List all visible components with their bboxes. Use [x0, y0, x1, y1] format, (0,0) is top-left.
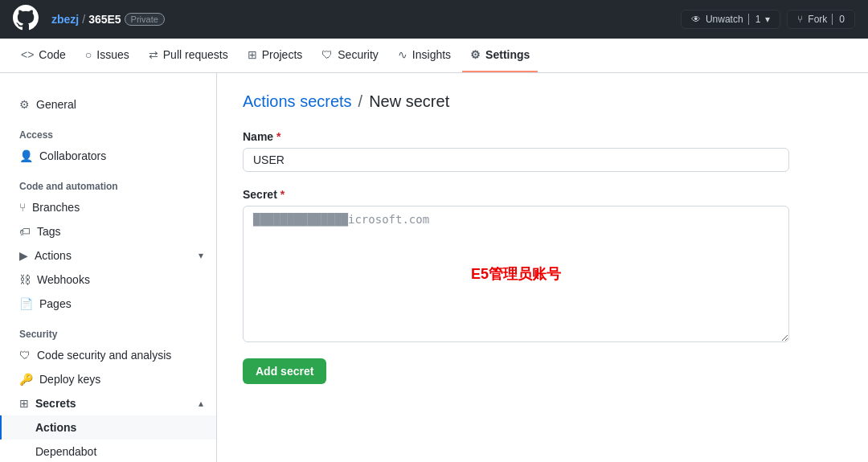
github-logo-icon: [13, 5, 39, 35]
name-input[interactable]: [243, 148, 789, 172]
projects-icon: ⊞: [248, 48, 257, 61]
secret-label: Secret *: [243, 188, 842, 201]
settings-icon: ⚙: [470, 48, 481, 61]
watch-button[interactable]: 👁 Unwatch 1 ▾: [681, 10, 780, 29]
chevron-down-icon: ▾: [199, 250, 203, 261]
key-icon: 🔑: [19, 373, 33, 386]
name-required: *: [276, 130, 280, 143]
tab-issues[interactable]: ○ Issues: [77, 39, 137, 72]
secret-form-group: Secret * <span class="secret-value">████…: [243, 188, 842, 342]
top-nav-right: 👁 Unwatch 1 ▾ ⑂ Fork 0: [681, 10, 855, 29]
add-secret-button[interactable]: Add secret: [243, 358, 326, 384]
sidebar-item-tags[interactable]: 🏷 Tags: [0, 219, 216, 243]
sidebar-security-header: Security: [0, 316, 216, 343]
repo-name-link[interactable]: 365E5: [88, 13, 121, 26]
tab-code[interactable]: <> Code: [13, 39, 74, 72]
top-nav: zbezj / 365E5 Private 👁 Unwatch 1 ▾ ⑂ Fo…: [0, 0, 868, 39]
breadcrumb-current-page: New secret: [369, 92, 449, 111]
repo-owner-link[interactable]: zbezj: [51, 13, 79, 26]
breadcrumb-link[interactable]: Actions secrets: [243, 92, 352, 111]
sidebar-item-actions[interactable]: ▶ Actions ▾: [0, 243, 216, 268]
repo-tabs: <> Code ○ Issues ⇄ Pull requests ⊞ Proje…: [0, 39, 868, 73]
sidebar-item-collaborators[interactable]: 👤 Collaborators: [0, 144, 216, 168]
sidebar-item-secrets[interactable]: ⊞ Secrets ▴: [0, 391, 216, 415]
gear-icon: ⚙: [19, 98, 30, 111]
watch-count: 1: [748, 14, 761, 25]
repo-title: zbezj / 365E5 Private: [51, 13, 165, 26]
tab-pull-requests[interactable]: ⇄ Pull requests: [141, 39, 236, 72]
sidebar-item-secrets-dependabot[interactable]: Dependabot: [0, 440, 216, 462]
sidebar-item-branches[interactable]: ⑂ Branches: [0, 195, 216, 219]
sidebar-item-deploy-keys[interactable]: 🔑 Deploy keys: [0, 367, 216, 391]
name-label: Name *: [243, 130, 842, 143]
main-content: Actions secrets / New secret Name * Secr…: [217, 73, 868, 462]
shield-icon: 🛡: [19, 349, 31, 362]
issues-icon: ○: [85, 48, 92, 61]
tab-projects[interactable]: ⊞ Projects: [240, 39, 311, 72]
sidebar-item-actions-row: ▶ Actions ▾: [19, 249, 203, 262]
pages-icon: 📄: [19, 297, 33, 310]
sidebar-item-general[interactable]: ⚙ General: [0, 92, 216, 117]
pull-request-icon: ⇄: [149, 48, 158, 61]
code-icon: <>: [21, 48, 34, 61]
sidebar-item-webhooks[interactable]: ⛓ Webhooks: [0, 268, 216, 292]
security-icon: 🛡: [321, 48, 333, 61]
sidebar: ⚙ General Access 👤 Collaborators Code an…: [0, 73, 217, 462]
branches-icon: ⑂: [19, 201, 26, 214]
tag-icon: 🏷: [19, 225, 31, 238]
private-badge: Private: [125, 13, 165, 26]
secret-textarea[interactable]: <span class="secret-value">█████████████…: [243, 206, 789, 342]
sidebar-item-secrets-actions[interactable]: Actions: [0, 415, 216, 440]
breadcrumb: Actions secrets / New secret: [243, 92, 842, 111]
insights-icon: ∿: [398, 48, 407, 61]
eye-icon: 👁: [691, 14, 701, 25]
actions-icon: ▶: [19, 249, 28, 262]
sidebar-access-header: Access: [0, 117, 216, 144]
chevron-up-icon: ▴: [199, 398, 203, 409]
webhooks-icon: ⛓: [19, 273, 31, 286]
chevron-down-icon: ▾: [765, 14, 770, 25]
fork-icon: ⑂: [797, 14, 803, 25]
fork-count: 0: [832, 14, 845, 25]
sidebar-item-secrets-row: ⊞ Secrets ▴: [19, 397, 203, 410]
page-body: ⚙ General Access 👤 Collaborators Code an…: [0, 73, 868, 462]
name-form-group: Name *: [243, 130, 842, 172]
sidebar-item-pages[interactable]: 📄 Pages: [0, 292, 216, 316]
tab-security[interactable]: 🛡 Security: [313, 39, 387, 72]
tab-insights[interactable]: ∿ Insights: [390, 39, 459, 72]
secret-required: *: [280, 188, 285, 201]
tab-settings[interactable]: ⚙ Settings: [462, 39, 538, 72]
secrets-icon: ⊞: [19, 397, 29, 410]
sidebar-item-code-security[interactable]: 🛡 Code security and analysis: [0, 343, 216, 367]
fork-button[interactable]: ⑂ Fork 0: [787, 10, 855, 29]
person-icon: 👤: [19, 149, 33, 162]
sidebar-code-automation-header: Code and automation: [0, 168, 216, 195]
breadcrumb-separator: /: [358, 92, 363, 111]
